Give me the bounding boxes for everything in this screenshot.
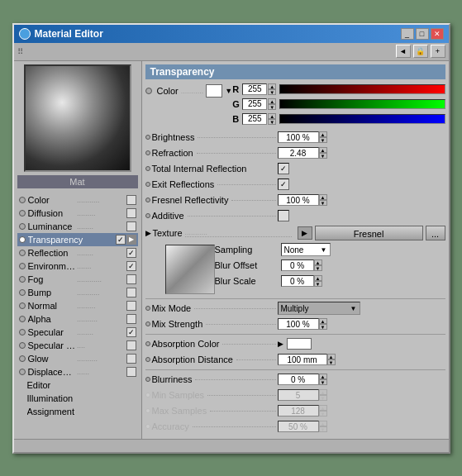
channel-illumination[interactable]: Illumination bbox=[17, 392, 138, 405]
channel-checkbox[interactable] bbox=[126, 340, 136, 350]
blur-offset-spinner[interactable]: ▲ ▼ bbox=[314, 259, 322, 271]
absorption-dist-down[interactable]: ▼ bbox=[327, 359, 336, 365]
channel-color[interactable]: Color ........... bbox=[17, 193, 138, 207]
absorption-dist-spinner[interactable]: ▲ ▼ bbox=[327, 354, 336, 365]
channel-luminance[interactable]: Luminance ........ bbox=[17, 220, 138, 233]
blur-scale-spinner[interactable]: ▲ ▼ bbox=[314, 275, 322, 287]
channel-assignment[interactable]: Assignment bbox=[17, 405, 138, 418]
channel-fog[interactable]: Fog ............ bbox=[17, 273, 138, 286]
brightness-spin-up[interactable]: ▲ bbox=[319, 131, 327, 137]
channel-bullet bbox=[19, 276, 26, 283]
blur-offset-down[interactable]: ▼ bbox=[314, 265, 322, 271]
refraction-spin-up[interactable]: ▲ bbox=[319, 147, 327, 153]
blurriness-down[interactable]: ▼ bbox=[319, 379, 327, 385]
b-value[interactable]: 255 bbox=[242, 113, 267, 125]
refraction-spinner[interactable]: ▲ ▼ bbox=[319, 147, 327, 159]
blur-offset-up[interactable]: ▲ bbox=[314, 259, 322, 265]
channel-checkbox[interactable] bbox=[126, 221, 136, 231]
arrow-left-button[interactable]: ◄ bbox=[396, 45, 411, 58]
channel-checkbox[interactable] bbox=[126, 327, 136, 337]
refraction-spin-down[interactable]: ▼ bbox=[319, 153, 327, 159]
r-spin-down[interactable]: ▼ bbox=[268, 89, 276, 95]
channel-checkbox[interactable] bbox=[126, 248, 136, 258]
g-spin-down[interactable]: ▼ bbox=[268, 104, 276, 110]
mix-strength-up[interactable]: ▲ bbox=[319, 318, 327, 324]
channel-arrow[interactable]: ▶ bbox=[126, 235, 136, 245]
channel-checkbox[interactable] bbox=[126, 367, 136, 377]
g-value[interactable]: 255 bbox=[242, 98, 267, 110]
texture-triangle[interactable]: ▶ bbox=[145, 229, 151, 237]
mix-mode-dropdown[interactable]: Multiply ▼ bbox=[278, 302, 360, 315]
channel-checkbox[interactable] bbox=[126, 354, 136, 364]
min-samples-up: ▲ bbox=[319, 389, 327, 395]
channel-checkbox[interactable] bbox=[126, 301, 136, 311]
mix-strength-spinner[interactable]: ▲ ▼ bbox=[319, 318, 327, 330]
fresnel-refl-spin-up[interactable]: ▲ bbox=[319, 194, 327, 200]
blur-offset-value[interactable]: 0 % bbox=[281, 259, 314, 271]
blur-scale-down[interactable]: ▼ bbox=[314, 281, 322, 287]
channel-environment[interactable]: Environment ....... bbox=[17, 259, 138, 273]
channel-specular-color[interactable]: Specular Color .... bbox=[17, 339, 138, 352]
lock-button[interactable]: 🔒 bbox=[413, 45, 428, 58]
r-spinner[interactable]: ▲ ▼ bbox=[268, 83, 276, 95]
additive-checkbox[interactable] bbox=[278, 210, 289, 221]
mix-strength-down[interactable]: ▼ bbox=[319, 324, 327, 330]
r-spin-up[interactable]: ▲ bbox=[268, 83, 276, 89]
absorption-color-arrow[interactable]: ▶ bbox=[278, 340, 283, 348]
channel-checkbox[interactable] bbox=[126, 288, 136, 298]
material-preview[interactable] bbox=[24, 64, 131, 172]
b-spin-down[interactable]: ▼ bbox=[268, 119, 276, 125]
total-refl-checkbox[interactable] bbox=[278, 163, 289, 174]
b-spinner[interactable]: ▲ ▼ bbox=[268, 113, 276, 125]
refraction-label: Refraction bbox=[152, 148, 193, 158]
absorption-dist-up[interactable]: ▲ bbox=[327, 354, 336, 359]
exit-refl-checkbox[interactable] bbox=[278, 178, 289, 190]
g-spinner[interactable]: ▲ ▼ bbox=[268, 98, 276, 110]
channel-diffusion[interactable]: Diffusion ......... bbox=[17, 207, 138, 220]
fresnel-refl-value[interactable]: 100 % bbox=[278, 194, 319, 206]
minimize-button[interactable]: _ bbox=[401, 28, 414, 40]
sampling-dropdown[interactable]: None ▼ bbox=[281, 243, 331, 256]
channel-reflection[interactable]: Reflection ........ bbox=[17, 246, 138, 259]
mix-mode-value: Multiply bbox=[281, 304, 309, 313]
brightness-spinner[interactable]: ▲ ▼ bbox=[319, 131, 327, 143]
channel-alpha[interactable]: Alpha .......... bbox=[17, 312, 138, 326]
blurriness-up[interactable]: ▲ bbox=[319, 374, 327, 379]
refraction-value[interactable]: 2.48 bbox=[278, 147, 319, 159]
brightness-value[interactable]: 100 % bbox=[278, 131, 319, 143]
channel-bump[interactable]: Bump ........... bbox=[17, 286, 138, 299]
blur-scale-value[interactable]: 0 % bbox=[281, 275, 314, 287]
ellipsis-button[interactable]: ... bbox=[426, 226, 445, 240]
channel-normal[interactable]: Normal ......... bbox=[17, 299, 138, 312]
absorption-color-swatch[interactable] bbox=[287, 338, 312, 350]
add-button[interactable]: + bbox=[431, 45, 445, 58]
r-value[interactable]: 255 bbox=[242, 83, 267, 95]
maximize-button[interactable]: □ bbox=[416, 28, 429, 40]
fresnel-button[interactable]: Fresnel bbox=[315, 226, 423, 240]
blurriness-value[interactable]: 0 % bbox=[278, 374, 319, 385]
channel-specular[interactable]: Specular ........ bbox=[17, 326, 138, 339]
channel-checkbox[interactable] bbox=[126, 274, 136, 284]
close-button[interactable]: ✕ bbox=[431, 28, 444, 40]
blurriness-spinner[interactable]: ▲ ▼ bbox=[319, 374, 327, 385]
channel-checkbox[interactable] bbox=[126, 208, 136, 218]
channel-glow[interactable]: Glow .......... bbox=[17, 352, 138, 365]
g-spin-up[interactable]: ▲ bbox=[268, 98, 276, 104]
blur-scale-up[interactable]: ▲ bbox=[314, 275, 322, 281]
fresnel-refl-spin-down[interactable]: ▼ bbox=[319, 200, 327, 206]
fresnel-refl-spinner[interactable]: ▲ ▼ bbox=[319, 194, 327, 206]
channel-displacement[interactable]: Displacement ...... bbox=[17, 365, 138, 378]
mix-strength-value[interactable]: 100 % bbox=[278, 318, 319, 330]
channel-checkbox[interactable] bbox=[126, 195, 136, 205]
channel-checkbox[interactable] bbox=[116, 235, 126, 245]
channel-editor[interactable]: Editor bbox=[17, 378, 138, 392]
color-swatch-button[interactable] bbox=[206, 84, 222, 98]
channel-checkbox[interactable] bbox=[126, 314, 136, 324]
channel-transparency[interactable]: Transparency ▶ bbox=[17, 233, 138, 246]
texture-play-button[interactable]: ▶ bbox=[298, 226, 312, 240]
color-dropdown-arrow[interactable]: ▼ bbox=[225, 87, 232, 95]
brightness-spin-down[interactable]: ▼ bbox=[319, 137, 327, 143]
absorption-dist-value[interactable]: 100 mm bbox=[278, 354, 327, 365]
channel-checkbox[interactable] bbox=[126, 261, 136, 271]
b-spin-up[interactable]: ▲ bbox=[268, 113, 276, 119]
